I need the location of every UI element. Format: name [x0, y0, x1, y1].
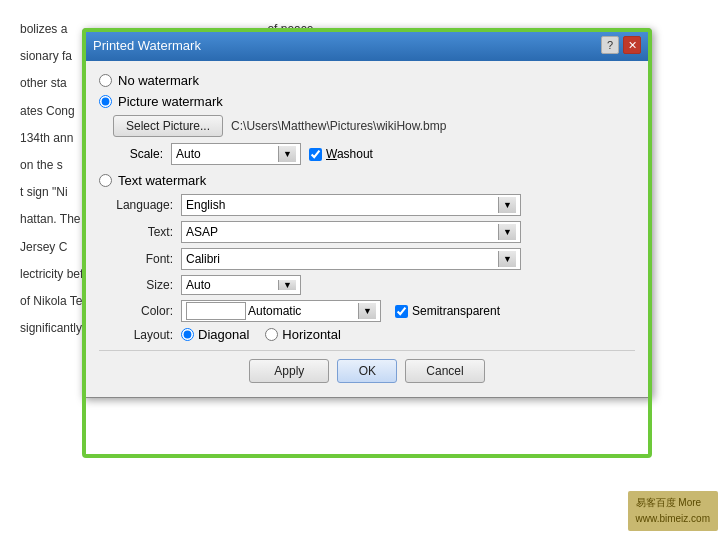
picture-watermark-row: Picture watermark	[99, 94, 635, 109]
horizontal-radio-group: Horizontal	[265, 327, 341, 342]
select-picture-row: Select Picture... C:\Users\Matthew\Pictu…	[113, 115, 635, 137]
text-watermark-radio[interactable]	[99, 174, 112, 187]
language-field: English ▼	[181, 194, 635, 216]
color-value: Automatic	[248, 304, 354, 318]
text-section: Language: English ▼ Text: ASAP ▼	[113, 194, 635, 342]
text-watermark-row: Text watermark	[99, 173, 635, 188]
printed-watermark-dialog: Printed Watermark ? ✕ No watermark Pictu…	[82, 28, 652, 398]
size-label: Size:	[113, 278, 181, 292]
scale-value: Auto	[176, 147, 274, 161]
language-label: Language:	[113, 198, 181, 212]
color-dropdown-arrow: ▼	[358, 303, 376, 319]
layout-label: Layout:	[113, 328, 181, 342]
layout-row: Layout: Diagonal Horizontal	[113, 327, 635, 342]
title-bar-controls: ? ✕	[601, 36, 641, 54]
dialog-title: Printed Watermark	[93, 38, 201, 53]
cancel-button[interactable]: Cancel	[405, 359, 484, 383]
semitransparent-checkbox[interactable]	[395, 305, 408, 318]
scale-dropdown-arrow: ▼	[278, 146, 296, 162]
no-watermark-radio[interactable]	[99, 74, 112, 87]
font-dropdown-arrow: ▼	[498, 251, 516, 267]
horizontal-radio[interactable]	[265, 328, 278, 341]
horizontal-label[interactable]: Horizontal	[282, 327, 341, 342]
bottom-button-row: Apply OK Cancel	[99, 350, 635, 387]
picture-watermark-label[interactable]: Picture watermark	[118, 94, 223, 109]
semitransparent-label[interactable]: Semitransparent	[412, 304, 500, 318]
color-swatch	[186, 302, 246, 320]
scale-row: Scale: Auto ▼ Washout	[113, 143, 635, 165]
text-watermark-label[interactable]: Text watermark	[118, 173, 206, 188]
font-dropdown[interactable]: Calibri ▼	[181, 248, 521, 270]
size-row: Size: Auto ▼	[113, 275, 635, 295]
size-dropdown-arrow: ▼	[278, 280, 296, 290]
picture-path: C:\Users\Matthew\Pictures\wikiHow.bmp	[231, 119, 446, 133]
diagonal-label[interactable]: Diagonal	[198, 327, 249, 342]
washout-label[interactable]: Washout	[326, 147, 373, 161]
close-button[interactable]: ✕	[623, 36, 641, 54]
size-dropdown[interactable]: Auto ▼	[181, 275, 301, 295]
language-dropdown-arrow: ▼	[498, 197, 516, 213]
language-row: Language: English ▼	[113, 194, 635, 216]
language-dropdown[interactable]: English ▼	[181, 194, 521, 216]
font-label: Font:	[113, 252, 181, 266]
font-row: Font: Calibri ▼	[113, 248, 635, 270]
washout-checkbox[interactable]	[309, 148, 322, 161]
ok-button[interactable]: OK	[337, 359, 397, 383]
no-watermark-row: No watermark	[99, 73, 635, 88]
text-dropdown[interactable]: ASAP ▼	[181, 221, 521, 243]
color-field: Automatic ▼ Semitransparent	[181, 300, 635, 322]
color-label: Color:	[113, 304, 181, 318]
font-value: Calibri	[186, 252, 494, 266]
picture-section: Select Picture... C:\Users\Matthew\Pictu…	[113, 115, 635, 165]
washout-label-rest: ashout	[337, 147, 373, 161]
picture-watermark-radio[interactable]	[99, 95, 112, 108]
text-value: ASAP	[186, 225, 494, 239]
select-picture-button[interactable]: Select Picture...	[113, 115, 223, 137]
dialog-content: No watermark Picture watermark Select Pi…	[83, 61, 651, 397]
language-value: English	[186, 198, 494, 212]
text-dropdown-arrow: ▼	[498, 224, 516, 240]
layout-field: Diagonal Horizontal	[181, 327, 635, 342]
diagonal-radio[interactable]	[181, 328, 194, 341]
color-row: Color: Automatic ▼ Semitransparent	[113, 300, 635, 322]
semitransparent-checkbox-row: Semitransparent	[395, 304, 500, 318]
text-row: Text: ASAP ▼	[113, 221, 635, 243]
size-value: Auto	[186, 278, 274, 292]
text-label: Text:	[113, 225, 181, 239]
diagonal-radio-group: Diagonal	[181, 327, 249, 342]
font-field: Calibri ▼	[181, 248, 635, 270]
no-watermark-label[interactable]: No watermark	[118, 73, 199, 88]
scale-dropdown[interactable]: Auto ▼	[171, 143, 301, 165]
dialog-title-bar: Printed Watermark ? ✕	[83, 29, 651, 61]
help-button[interactable]: ?	[601, 36, 619, 54]
text-field: ASAP ▼	[181, 221, 635, 243]
color-dropdown[interactable]: Automatic ▼	[181, 300, 381, 322]
washout-checkbox-row: Washout	[309, 147, 373, 161]
scale-label: Scale:	[113, 147, 163, 161]
apply-button[interactable]: Apply	[249, 359, 329, 383]
size-field: Auto ▼	[181, 275, 635, 295]
washout-underline-w: W	[326, 147, 337, 161]
